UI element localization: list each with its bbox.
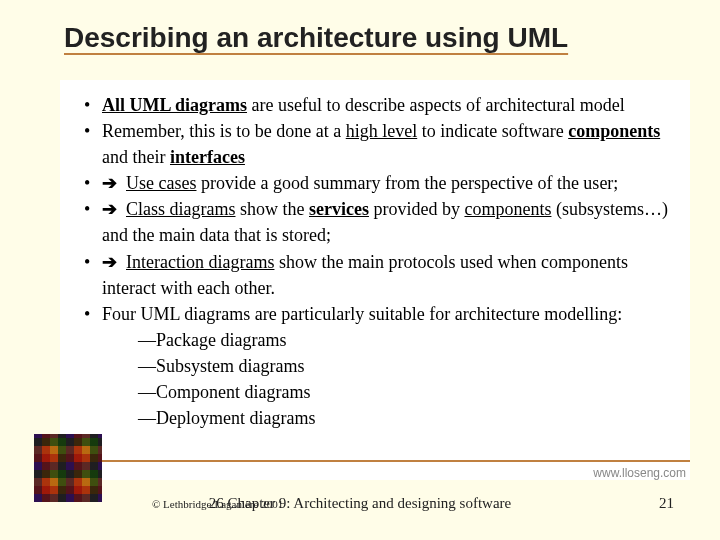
bullet-item: • ➔ Class diagrams show the services pro… [84,196,678,248]
arrow-icon: ➔ [102,173,117,193]
content-area: • All UML diagrams are useful to describ… [60,80,690,480]
bullet-dot-icon: • [84,92,102,118]
slide-title: Describing an architecture using UML [0,0,720,62]
bullet-dot-icon: • [84,249,102,301]
bullet-item: • All UML diagrams are useful to describ… [84,92,678,118]
bullet-item: • ➔ Use cases provide a good summary fro… [84,170,678,196]
arrow-icon: ➔ [102,252,117,272]
arrow-icon: ➔ [102,199,117,219]
bullet-dot-icon: • [84,118,102,170]
bullet-item: • Four UML diagrams are particularly sui… [84,301,678,327]
sub-bullet: —Component diagrams [84,379,678,405]
weave-pattern-icon [34,434,102,502]
bullet-text: Remember, this is to be done at a high l… [102,118,678,170]
divider [100,460,690,462]
page-number: 21 [659,495,674,512]
bullet-text: ➔ Use cases provide a good summary from … [102,170,678,196]
bullet-dot-icon: • [84,170,102,196]
footer-chapter: 26 Chapter 9: Architecting and designing… [0,495,720,512]
bullet-text: Four UML diagrams are particularly suita… [102,301,678,327]
sub-bullet: —Package diagrams [84,327,678,353]
bullet-text: ➔ Interaction diagrams show the main pro… [102,249,678,301]
sub-bullet: —Deployment diagrams [84,405,678,431]
bullet-dot-icon: • [84,196,102,248]
bullet-item: • ➔ Interaction diagrams show the main p… [84,249,678,301]
sub-bullet: —Subsystem diagrams [84,353,678,379]
bullet-text: All UML diagrams are useful to describe … [102,92,678,118]
bullet-text: ➔ Class diagrams show the services provi… [102,196,678,248]
bullet-item: • Remember, this is to be done at a high… [84,118,678,170]
slide: Describing an architecture using UML • A… [0,0,720,540]
footer-url: www.lloseng.com [593,466,686,480]
bullet-dot-icon: • [84,301,102,327]
